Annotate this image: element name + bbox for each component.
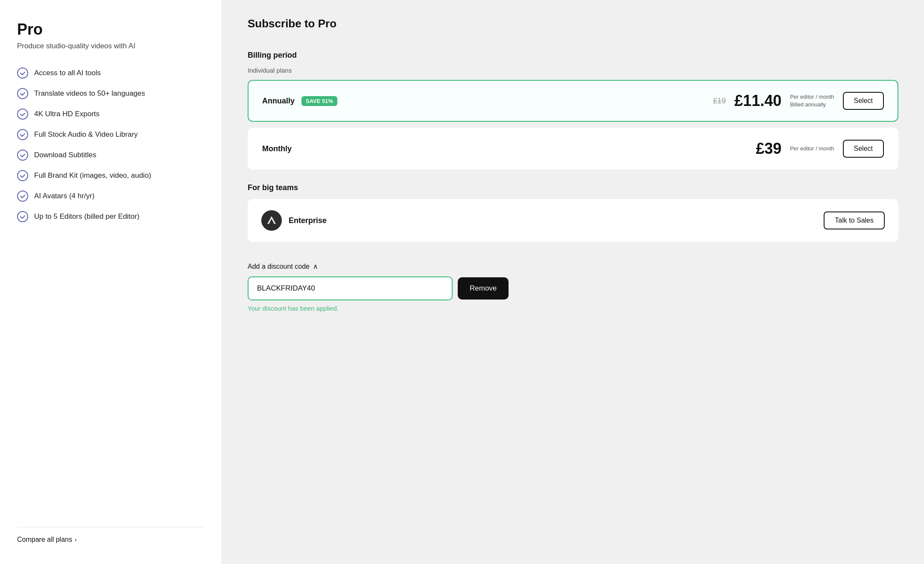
feature-item-translate: Translate videos to 50+ languages (17, 88, 205, 99)
enterprise-logo (261, 210, 282, 231)
annually-select-button[interactable]: Select (843, 92, 884, 110)
annually-price-desc: Per editor / month Billed annually (790, 93, 834, 109)
teams-label: For big teams (248, 183, 898, 192)
feature-item-4k: 4K Ultra HD Exports (17, 109, 205, 120)
check-icon-avatars (17, 191, 28, 202)
save-badge: SAVE 51% (301, 96, 337, 106)
feature-text-brand-kit: Full Brand Kit (images, video, audio) (34, 171, 151, 180)
right-panel: Subscribe to Pro Billing period Individu… (222, 0, 924, 564)
left-panel: Pro Produce studio-quality videos with A… (0, 0, 222, 564)
monthly-card-left: Monthly (262, 144, 292, 153)
annually-card-right: £19 £11.40 Per editor / month Billed ann… (713, 92, 884, 110)
annually-plan-name: Annually (262, 97, 295, 106)
monthly-plan-name: Monthly (262, 144, 292, 153)
discount-label-toggle[interactable]: Add a discount code ∧ (248, 262, 898, 270)
check-icon-brand-kit (17, 170, 28, 181)
feature-text-subtitles: Download Subtitles (34, 151, 96, 159)
monthly-select-button[interactable]: Select (843, 140, 884, 158)
talk-to-sales-button[interactable]: Talk to Sales (824, 212, 885, 229)
feature-text-avatars: AI Avatars (4 hr/yr) (34, 192, 94, 200)
enterprise-logo-icon (266, 214, 278, 226)
monthly-card-right: £39 Per editor / month Select (756, 140, 884, 158)
annually-price: £11.40 (734, 92, 781, 110)
discount-label-text: Add a discount code (248, 263, 310, 270)
divider (17, 527, 205, 527)
feature-text-ai-tools: Access to all AI tools (34, 69, 101, 77)
feature-item-brand-kit: Full Brand Kit (images, video, audio) (17, 170, 205, 181)
discount-success-message: Your discount has been applied. (248, 305, 898, 312)
compare-all-plans-link[interactable]: Compare all plans › (17, 536, 205, 543)
check-icon-editors (17, 211, 28, 222)
feature-text-editors: Up to 5 Editors (billed per Editor) (34, 212, 140, 221)
compare-label: Compare all plans (17, 536, 72, 543)
feature-item-ai-tools: Access to all AI tools (17, 68, 205, 79)
monthly-plan-card: Monthly £39 Per editor / month Select (248, 128, 898, 170)
big-teams-section: For big teams Enterprise Talk to Sales (248, 183, 898, 242)
monthly-price-desc: Per editor / month (790, 145, 834, 153)
annually-plan-card: Annually SAVE 51% £19 £11.40 Per editor … (248, 80, 898, 122)
feature-item-subtitles: Download Subtitles (17, 150, 205, 161)
chevron-right-icon: › (75, 536, 77, 543)
features-list: Access to all AI tools Translate videos … (17, 68, 205, 510)
plan-subtitle: Produce studio-quality videos with AI (17, 42, 205, 50)
plan-title: Pro (17, 21, 205, 38)
annually-original-price: £19 (713, 97, 726, 106)
discount-section: Add a discount code ∧ Remove Your discou… (248, 262, 898, 312)
discount-code-input[interactable] (248, 276, 453, 300)
enterprise-card: Enterprise Talk to Sales (248, 199, 898, 242)
feature-text-stock: Full Stock Audio & Video Library (34, 130, 138, 139)
feature-item-editors: Up to 5 Editors (billed per Editor) (17, 211, 205, 222)
discount-row: Remove (248, 276, 898, 300)
check-icon-ai-tools (17, 68, 28, 79)
check-icon-subtitles (17, 150, 28, 161)
billing-period-label: Billing period (248, 51, 898, 60)
enterprise-name: Enterprise (289, 216, 327, 225)
subscribe-title: Subscribe to Pro (248, 17, 898, 30)
check-icon-4k (17, 109, 28, 120)
feature-item-stock: Full Stock Audio & Video Library (17, 129, 205, 140)
individual-plans-label: Individual plans (248, 67, 898, 74)
feature-item-avatars: AI Avatars (4 hr/yr) (17, 191, 205, 202)
check-icon-stock (17, 129, 28, 140)
feature-text-translate: Translate videos to 50+ languages (34, 89, 145, 98)
annually-card-left: Annually SAVE 51% (262, 96, 337, 106)
chevron-up-icon: ∧ (313, 262, 318, 270)
remove-discount-button[interactable]: Remove (458, 277, 509, 300)
feature-text-4k: 4K Ultra HD Exports (34, 110, 99, 118)
check-icon-translate (17, 88, 28, 99)
enterprise-left: Enterprise (261, 210, 327, 231)
monthly-price: £39 (756, 140, 781, 158)
